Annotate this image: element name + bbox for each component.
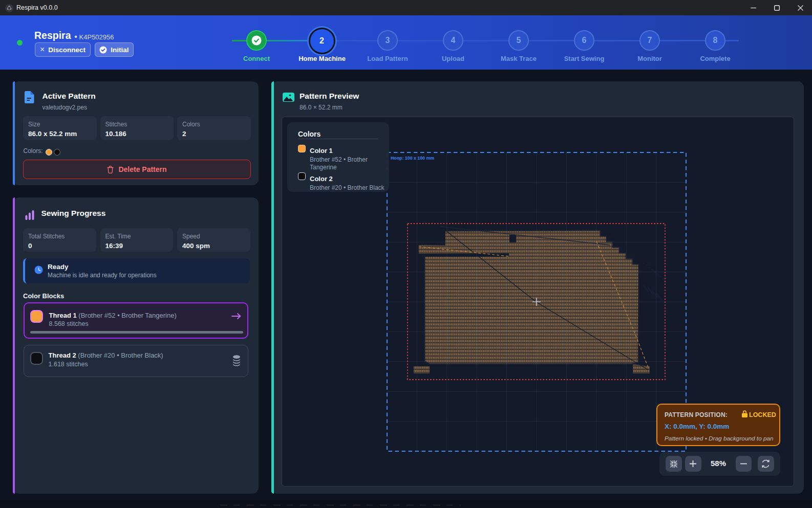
svg-text:Hoop: 100 x 100 mm: Hoop: 100 x 100 mm — [391, 156, 434, 161]
